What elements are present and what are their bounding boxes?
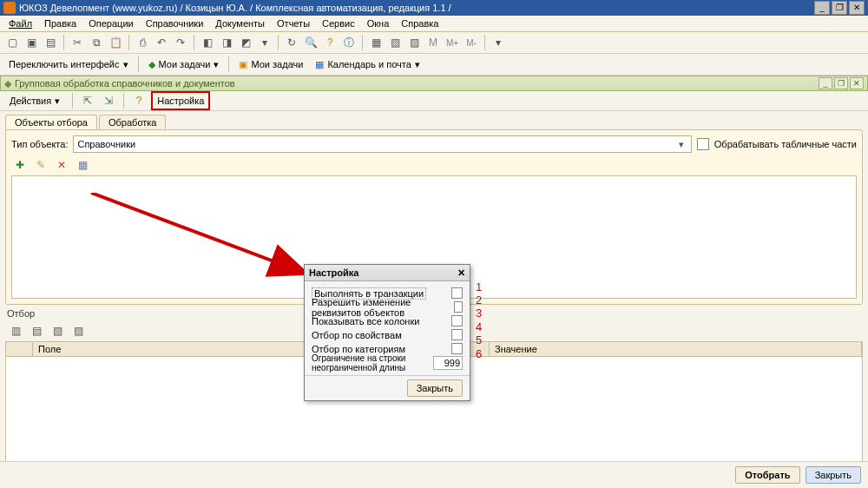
opt-show-cols-label: Показывать все колонки <box>312 316 419 326</box>
opt-by-cats-checkbox[interactable] <box>451 343 463 354</box>
dialog-close-icon[interactable]: ✕ <box>457 267 465 279</box>
search-icon[interactable]: 🔍 <box>302 34 319 51</box>
m-icon[interactable]: M <box>424 34 442 51</box>
grid-col-field[interactable]: Поле <box>33 342 305 356</box>
settings-dialog: Настройка ✕ Выполнять в транзакции Разре… <box>304 264 470 401</box>
grid-col-check[interactable] <box>6 342 33 356</box>
minimize-button[interactable]: _ <box>814 1 830 15</box>
dialog-close-button[interactable]: Закрыть <box>407 379 463 397</box>
annotation-1: 1 <box>476 280 482 293</box>
menu-help[interactable]: Справка <box>396 17 444 30</box>
tool-icon[interactable]: ▨ <box>405 34 423 51</box>
tool-icon[interactable]: ◨ <box>218 34 235 51</box>
undo-icon[interactable]: ↶ <box>153 34 170 51</box>
menu-catalogs[interactable]: Справочники <box>141 17 209 30</box>
paste-icon[interactable]: 📋 <box>107 34 124 51</box>
annotation-3: 3 <box>476 307 482 320</box>
object-type-combo[interactable]: Справочники ▾ <box>73 135 691 153</box>
m-minus-icon[interactable]: M- <box>463 34 480 51</box>
window-title: ЮКОЗ Девелопмент (www.yukoz.ru) / Козицы… <box>19 0 451 16</box>
select-button[interactable]: Отобрать <box>735 466 799 484</box>
tool-icon[interactable]: ◧ <box>199 34 216 51</box>
filter-tool-icon[interactable]: ▨ <box>69 322 87 340</box>
tabs: Объекты отбора Обработка <box>0 111 868 129</box>
menu-service[interactable]: Сервис <box>317 17 360 30</box>
filter-tool-icon[interactable]: ▥ <box>7 322 24 340</box>
delete-icon[interactable]: ✕ <box>53 156 70 174</box>
my-tasks-dropdown[interactable]: ◆Мои задачи▾ <box>143 56 225 72</box>
info-icon[interactable]: ⓘ <box>340 34 358 51</box>
dialog-title: Настройка <box>309 267 358 278</box>
calendar-mail-button[interactable]: ▦Календарь и почта▾ <box>310 56 424 72</box>
copy-icon[interactable]: ⧉ <box>88 34 105 51</box>
close-button[interactable]: Закрыть <box>806 466 861 484</box>
menu-operations[interactable]: Операции <box>83 17 138 30</box>
menu-windows[interactable]: Окна <box>362 17 395 30</box>
menu-reports[interactable]: Отчеты <box>272 17 315 30</box>
calc-icon[interactable]: ▦ <box>367 34 385 51</box>
annotation-6: 6 <box>476 347 482 360</box>
action-icon[interactable]: ⇱ <box>79 92 96 109</box>
window-titlebar: ЮКОЗ Девелопмент (www.yukoz.ru) / Козицы… <box>0 0 868 16</box>
maximize-button[interactable]: ❐ <box>832 1 847 15</box>
toolbar-secondary: Переключить интерфейс▾ ◆Мои задачи▾ ▣Мои… <box>0 54 868 76</box>
help-icon[interactable]: ? <box>321 34 339 51</box>
dialog-titlebar[interactable]: Настройка ✕ <box>305 265 470 281</box>
menu-file[interactable]: Файл <box>3 17 37 30</box>
tab-objects[interactable]: Объекты отбора <box>5 115 97 129</box>
switch-interface-button[interactable]: Переключить интерфейс▾ <box>3 56 134 72</box>
type-label: Тип объекта: <box>11 139 68 149</box>
opt-by-props-label: Отбор по свойствам <box>312 330 402 340</box>
open-icon[interactable]: ▣ <box>23 34 40 51</box>
new-icon[interactable]: ▢ <box>3 34 21 51</box>
edit-icon[interactable]: ✎ <box>32 156 49 174</box>
my-tasks-button[interactable]: ▣Мои задачи <box>233 56 308 72</box>
redo-icon[interactable]: ↷ <box>172 34 189 51</box>
menu-documents[interactable]: Документы <box>210 17 270 30</box>
mdi-minimize-button[interactable]: _ <box>819 77 832 89</box>
close-window-button[interactable]: ✕ <box>849 1 865 15</box>
opt-allow-edit-checkbox[interactable] <box>454 301 463 313</box>
opt-allow-edit-label: Разрешить изменение реквизитов объектов <box>312 297 454 318</box>
tool-icon[interactable]: ▾ <box>256 34 273 51</box>
bottom-bar: Отобрать Закрыть <box>0 461 868 488</box>
app-icon <box>3 2 16 14</box>
settings-button[interactable]: Настройка <box>151 91 210 110</box>
m-plus-icon[interactable]: M+ <box>444 34 461 51</box>
opt-show-cols-checkbox[interactable] <box>451 315 463 326</box>
tab-processing[interactable]: Обработка <box>99 115 166 129</box>
tool-icon[interactable]: ▦ <box>74 156 91 174</box>
opt-limit-input[interactable] <box>433 356 463 370</box>
process-table-parts-checkbox[interactable] <box>697 138 709 150</box>
main-menubar: Файл Правка Операции Справочники Докумен… <box>0 16 868 32</box>
mdi-title: Групповая обработка справочников и докум… <box>15 78 235 89</box>
mdi-close-button[interactable]: ✕ <box>850 77 864 89</box>
print-icon[interactable]: ⎙ <box>134 34 151 51</box>
mdi-restore-button[interactable]: ❐ <box>834 77 848 89</box>
action-icon[interactable]: ⇲ <box>100 92 117 109</box>
cut-icon[interactable]: ✂ <box>69 34 86 51</box>
menu-edit[interactable]: Правка <box>39 17 82 30</box>
save-icon[interactable]: ▤ <box>42 34 59 51</box>
opt-limit-label: Ограничение на строки неограниченной дли… <box>312 353 433 373</box>
annotation-4: 4 <box>476 320 482 333</box>
tool-icon[interactable]: ▾ <box>490 34 507 51</box>
mdi-titlebar: ◆ Групповая обработка справочников и док… <box>0 76 868 91</box>
toolbar-main: ▢ ▣ ▤ ✂ ⧉ 📋 ⎙ ↶ ↷ ◧ ◨ ◩ ▾ ↻ 🔍 ? ⓘ ▦ ▧ ▨ … <box>0 32 868 54</box>
grid-col-value[interactable]: Значение <box>490 342 862 356</box>
chevron-down-icon: ▾ <box>675 139 687 150</box>
actions-dropdown[interactable]: Действия▾ <box>3 92 66 109</box>
filter-tool-icon[interactable]: ▧ <box>49 322 66 340</box>
annotation-2: 2 <box>476 293 482 307</box>
main-area: Объекты отбора Обработка Тип объекта: Сп… <box>0 111 868 467</box>
opt-by-props-checkbox[interactable] <box>451 329 463 340</box>
process-table-parts-label: Обрабатывать табличные части <box>714 139 857 149</box>
annotation-5: 5 <box>476 333 482 346</box>
filter-tool-icon[interactable]: ▤ <box>28 322 45 340</box>
add-icon[interactable]: ✚ <box>11 156 29 174</box>
help-icon[interactable]: ? <box>130 92 148 109</box>
object-type-value: Справочники <box>77 139 135 149</box>
calendar-icon[interactable]: ▧ <box>386 34 404 51</box>
refresh-icon[interactable]: ↻ <box>283 34 300 51</box>
tool-icon[interactable]: ◩ <box>237 34 254 51</box>
